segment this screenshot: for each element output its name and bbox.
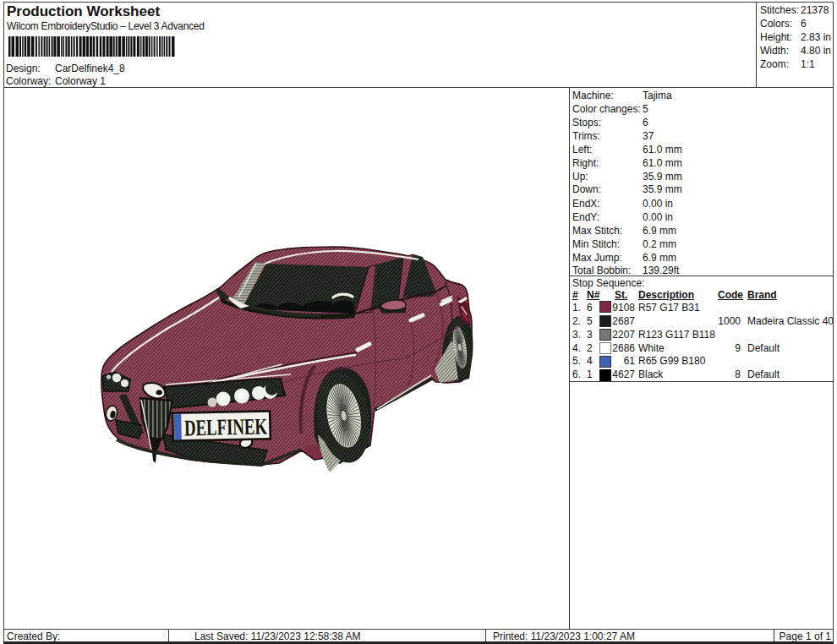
svg-text:DELFINEK: DELFINEK xyxy=(184,413,268,440)
